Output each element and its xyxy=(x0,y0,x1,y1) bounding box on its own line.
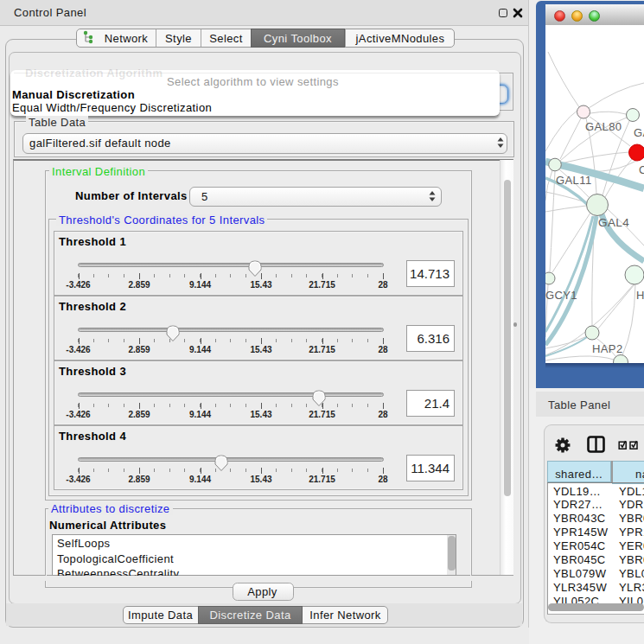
svg-text:GCY1: GCY1 xyxy=(545,289,577,302)
svg-text:GAL11: GAL11 xyxy=(556,174,592,187)
svg-text:HAP2: HAP2 xyxy=(592,342,623,355)
svg-text:H: H xyxy=(636,289,644,302)
svg-text:C: C xyxy=(639,163,644,176)
svg-text:GA: GA xyxy=(634,126,644,139)
svg-text:GAL4: GAL4 xyxy=(598,216,629,229)
svg-text:GAL80: GAL80 xyxy=(585,120,622,133)
